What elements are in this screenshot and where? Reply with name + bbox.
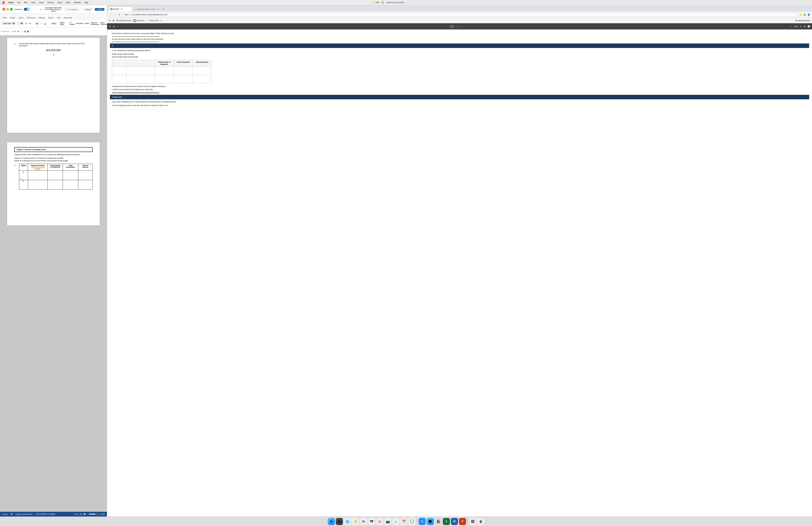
autosave-label: AutoSave bbox=[15, 9, 22, 10]
row-a-interest[interactable] bbox=[78, 171, 92, 180]
back-button[interactable]: ← bbox=[109, 13, 112, 16]
apple-logo[interactable]: 🍎 bbox=[2, 1, 5, 4]
minimize-button[interactable] bbox=[6, 8, 9, 11]
tab-grammarly[interactable]: Grammarly bbox=[62, 16, 74, 19]
bb-col-total-num: Total Number of Payments bbox=[155, 60, 174, 67]
pdf-content: ast 24 years to determine how much money… bbox=[107, 29, 406, 263]
numbered-list-icon[interactable]: 1≡ bbox=[17, 30, 19, 32]
menu-window[interactable]: Window bbox=[74, 1, 81, 3]
align-left-icon[interactable]: ≡ bbox=[1, 30, 3, 32]
row-b-total-inv[interactable] bbox=[63, 180, 78, 189]
dictate-button[interactable]: 🎤 Dictate bbox=[70, 22, 75, 25]
bookmarks-expand-icon[interactable]: » bbox=[160, 19, 161, 22]
row-a-total-num[interactable] bbox=[48, 171, 63, 180]
font-grow-icon[interactable]: A↑ bbox=[25, 22, 28, 25]
close-button[interactable] bbox=[2, 8, 5, 11]
tab-draw[interactable]: Draw bbox=[1, 16, 8, 19]
tab-references[interactable]: References bbox=[25, 16, 37, 19]
align-center-icon[interactable]: ≡ bbox=[3, 30, 5, 32]
apps-icon[interactable]: ⊞ bbox=[109, 20, 111, 22]
bookmark-digital-bookshelf[interactable]: 📚 Digital Bookshelf bbox=[116, 20, 131, 22]
empty-space bbox=[14, 57, 92, 71]
menu-word[interactable]: Word bbox=[9, 1, 13, 3]
menu-edit[interactable]: Edit bbox=[24, 1, 27, 3]
browser-tab-strip: 🔲 8841857 ✕ 📖 Homework Space - Studi... … bbox=[107, 5, 406, 11]
url-bar[interactable] bbox=[122, 13, 406, 16]
pdf-more-icon[interactable]: ⋮ bbox=[117, 25, 119, 28]
shading-icon[interactable]: ▨ bbox=[24, 30, 26, 32]
menu-format[interactable]: Format bbox=[47, 1, 54, 3]
row-a-total-inv[interactable] bbox=[63, 171, 78, 180]
table-row-b: 5. B bbox=[19, 180, 92, 189]
tab-view[interactable]: View bbox=[56, 16, 62, 19]
menu-tools[interactable]: Tools bbox=[57, 1, 62, 3]
menu-view[interactable]: View bbox=[31, 1, 35, 3]
font-family-select[interactable]: Aptos (Body) bbox=[1, 22, 16, 25]
italic-button[interactable]: I bbox=[40, 22, 43, 25]
reload-button[interactable]: ↻ bbox=[118, 13, 121, 16]
show-formula-link[interactable]: Show formula and answer bbox=[31, 166, 44, 170]
bb-row-a-payment bbox=[126, 67, 155, 75]
tab-review[interactable]: Review bbox=[47, 16, 55, 19]
dollar-value: $14,000,000 bbox=[14, 49, 92, 52]
col-interest: Interest Earned bbox=[78, 164, 92, 171]
tab-mailings[interactable]: Mailings bbox=[37, 16, 46, 19]
row-b-interest[interactable] bbox=[78, 180, 92, 189]
bb-col-interest: Interest Earned bbox=[193, 60, 212, 67]
forward-button[interactable]: → bbox=[114, 13, 117, 16]
justify-icon[interactable]: ≡ bbox=[8, 30, 9, 32]
window-controls[interactable] bbox=[2, 8, 13, 11]
option-a: Option A: A sinking fund at 2.7% interes… bbox=[14, 157, 92, 159]
undo-icon[interactable]: ↩ bbox=[32, 8, 34, 10]
row-a-payment[interactable] bbox=[28, 171, 48, 180]
bb-row-b-payment bbox=[126, 75, 155, 83]
editing-button[interactable]: ✏️ Editing ▾ bbox=[81, 8, 93, 11]
bookmark-outlook[interactable]: 📧 Outlook Mail bbox=[146, 20, 158, 22]
autosave-toggle[interactable] bbox=[24, 8, 29, 11]
stage2-header: Stage 2: Choose a Sinking Fund bbox=[14, 147, 92, 152]
share-button[interactable]: ↑ Share bbox=[95, 8, 104, 11]
pdf-download-icon[interactable]: ⬇ bbox=[109, 25, 111, 28]
bookshelf-icon: 📚 bbox=[116, 20, 118, 22]
stage2-intro: Using the future value established in #3… bbox=[14, 154, 92, 156]
menu-table[interactable]: Table bbox=[66, 1, 70, 3]
align-right-icon[interactable]: ≡ bbox=[5, 30, 6, 32]
bb-sinking-table: Total Number of Payments Total Investmen… bbox=[112, 60, 212, 84]
pdf-print-icon[interactable]: 🖨 bbox=[113, 25, 115, 28]
redo-icon[interactable]: ↪ bbox=[35, 8, 37, 10]
row-b-payment[interactable] bbox=[28, 180, 48, 189]
bold-button[interactable]: B bbox=[35, 22, 39, 25]
bookmark-blackboard[interactable]: 🔲 Blackboard bbox=[133, 19, 145, 22]
font-size-select[interactable]: 12 bbox=[17, 22, 24, 25]
browser-tab-bb[interactable]: 🔲 8841857 ✕ bbox=[108, 6, 132, 11]
bullet-list-icon[interactable]: •≡ bbox=[14, 30, 16, 32]
bb-question-1: invested and the interest earned, which … bbox=[112, 85, 406, 88]
cursor-area[interactable] bbox=[14, 54, 92, 56]
menu-help[interactable]: Help bbox=[85, 1, 88, 3]
font-shrink-icon[interactable]: A↓ bbox=[29, 22, 32, 25]
menu-insert[interactable]: Insert bbox=[39, 1, 44, 3]
bb-loan-para-1: uture value established in #3, they woul… bbox=[112, 101, 406, 103]
browser-tab-hw[interactable]: 📖 Homework Space - Studi... ✕ bbox=[133, 6, 161, 11]
styles-pane-button[interactable]: Styles Pane bbox=[59, 22, 66, 26]
row-b-total-num[interactable] bbox=[48, 180, 63, 189]
comments-button[interactable]: 💬 Comments bbox=[64, 8, 79, 11]
styles-button[interactable]: Styles bbox=[50, 22, 57, 25]
bb-row-b-opt bbox=[112, 75, 126, 83]
bb-tab-close[interactable]: ✕ bbox=[121, 8, 122, 10]
line-spacing-icon[interactable]: ↕ bbox=[22, 30, 23, 32]
hw-tab-close[interactable]: ✕ bbox=[157, 8, 159, 10]
bookmarks-more-icon[interactable]: ≫ bbox=[112, 19, 114, 22]
underline-button[interactable]: U bbox=[44, 22, 47, 25]
bb-col-payment bbox=[126, 60, 155, 67]
tab-layout[interactable]: Layout bbox=[17, 16, 25, 19]
maximize-button[interactable] bbox=[10, 8, 13, 11]
editor-button[interactable]: Editor bbox=[85, 23, 89, 24]
sensitivity-button[interactable]: Sensitivity bbox=[76, 23, 84, 24]
new-tab-button[interactable]: + bbox=[161, 7, 166, 11]
read-on-button[interactable]: Read on reMarkable bbox=[91, 22, 99, 25]
tab-design[interactable]: Design bbox=[9, 16, 17, 19]
border-icon[interactable]: ▦ bbox=[27, 30, 29, 32]
menu-file[interactable]: File bbox=[17, 1, 20, 3]
indent-icon[interactable]: ⇥ bbox=[12, 30, 14, 32]
